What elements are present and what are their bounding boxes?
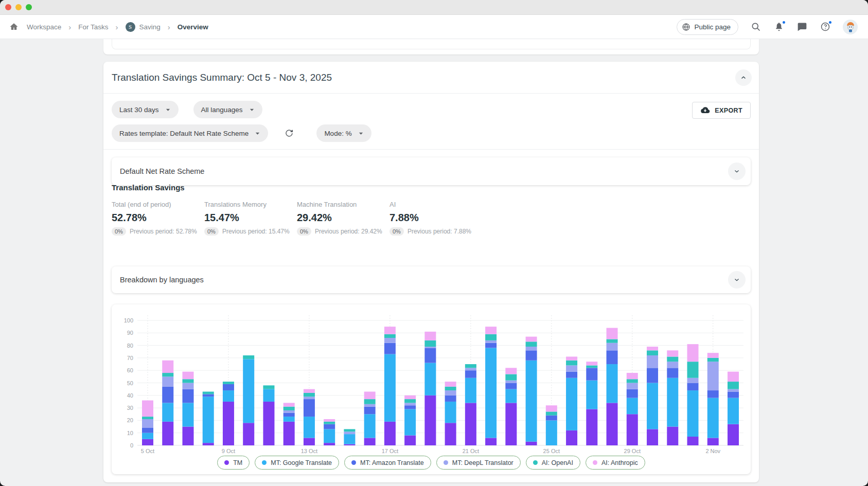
- bar-segment[interactable]: [344, 434, 355, 444]
- bar-segment[interactable]: [647, 368, 658, 383]
- bar-segment[interactable]: [707, 398, 719, 438]
- bar-segment[interactable]: [223, 384, 234, 390]
- bar-segment[interactable]: [344, 444, 355, 445]
- bar-segment[interactable]: [162, 387, 173, 403]
- bar-segment[interactable]: [687, 378, 699, 383]
- bar-segment[interactable]: [284, 410, 295, 413]
- bar-segment[interactable]: [687, 362, 699, 378]
- breadcrumb-item-saving[interactable]: SSaving: [126, 22, 161, 32]
- bar-segment[interactable]: [586, 381, 597, 409]
- bar-segment[interactable]: [687, 437, 699, 445]
- bar-segment[interactable]: [424, 332, 436, 340]
- bar-segment[interactable]: [566, 378, 577, 430]
- notifications-icon[interactable]: [773, 21, 785, 32]
- search-icon[interactable]: [750, 21, 761, 32]
- bar-segment[interactable]: [364, 392, 376, 400]
- legend-item-tm[interactable]: TM: [217, 456, 250, 470]
- bar-segment[interactable]: [505, 383, 517, 389]
- breakdown-card[interactable]: Breakdown by languages: [112, 266, 751, 293]
- bar-segment[interactable]: [647, 350, 658, 355]
- bar-segment[interactable]: [505, 403, 517, 445]
- bar-segment[interactable]: [586, 365, 597, 368]
- bar-segment[interactable]: [304, 389, 315, 393]
- bar-segment[interactable]: [404, 403, 416, 405]
- bar-segment[interactable]: [526, 341, 537, 347]
- bar-segment[interactable]: [424, 395, 436, 445]
- bar-segment[interactable]: [243, 355, 254, 359]
- bar-segment[interactable]: [364, 438, 376, 445]
- bar-segment[interactable]: [728, 389, 739, 392]
- bar-segment[interactable]: [607, 339, 618, 343]
- legend-item-ai-openai[interactable]: AI: OpenAI: [526, 456, 580, 470]
- bar-segment[interactable]: [445, 423, 456, 445]
- bar-segment[interactable]: [445, 387, 456, 390]
- bar-segment[interactable]: [284, 413, 295, 417]
- legend-item-mt-deepl-translator[interactable]: MT: DeepL Translator: [436, 456, 521, 470]
- date-range-select[interactable]: Last 30 days: [112, 101, 179, 118]
- bar-segment[interactable]: [304, 399, 315, 417]
- window-close-button[interactable]: [5, 4, 11, 10]
- bar-segment[interactable]: [223, 382, 234, 384]
- bar-segment[interactable]: [364, 399, 376, 404]
- bar-segment[interactable]: [465, 403, 476, 445]
- bar-segment[interactable]: [465, 368, 476, 370]
- bar-segment[interactable]: [627, 398, 638, 415]
- window-minimize-button[interactable]: [15, 4, 22, 10]
- bar-segment[interactable]: [607, 343, 618, 351]
- bar-segment[interactable]: [526, 361, 537, 442]
- bar-segment[interactable]: [546, 405, 557, 411]
- bar-segment[interactable]: [566, 372, 577, 378]
- bar-segment[interactable]: [607, 364, 618, 403]
- bar-segment[interactable]: [304, 417, 315, 438]
- bar-segment[interactable]: [586, 368, 597, 380]
- bar-segment[interactable]: [607, 350, 618, 364]
- bar-segment[interactable]: [162, 361, 173, 373]
- bar-segment[interactable]: [384, 343, 396, 354]
- bar-segment[interactable]: [526, 337, 537, 342]
- bar-segment[interactable]: [546, 420, 557, 445]
- bar-segment[interactable]: [142, 419, 153, 428]
- bar-segment[interactable]: [566, 430, 577, 445]
- bar-segment[interactable]: [485, 343, 497, 348]
- bar-segment[interactable]: [667, 378, 678, 427]
- bar-segment[interactable]: [182, 427, 193, 445]
- bar-segment[interactable]: [324, 424, 335, 429]
- bar-segment[interactable]: [485, 348, 497, 438]
- bar-segment[interactable]: [344, 431, 355, 434]
- bar-segment[interactable]: [263, 389, 274, 402]
- refresh-button[interactable]: [280, 124, 298, 142]
- bar-segment[interactable]: [505, 368, 517, 374]
- bar-segment[interactable]: [404, 399, 416, 403]
- bar-segment[interactable]: [142, 433, 153, 439]
- bar-segment[interactable]: [566, 361, 577, 366]
- legend-item-ai-anthropic[interactable]: AI: Anthropic: [586, 456, 645, 470]
- bar-segment[interactable]: [324, 429, 335, 443]
- bar-segment[interactable]: [243, 423, 254, 445]
- bar-segment[interactable]: [627, 414, 638, 445]
- bar-segment[interactable]: [364, 404, 376, 407]
- bar-segment[interactable]: [384, 354, 396, 422]
- breadcrumb-item-overview[interactable]: Overview: [178, 23, 208, 31]
- bar-segment[interactable]: [667, 362, 678, 368]
- bar-segment[interactable]: [364, 414, 376, 438]
- bar-segment[interactable]: [728, 372, 739, 382]
- bar-segment[interactable]: [485, 327, 497, 334]
- mode-select[interactable]: Mode: %: [316, 124, 371, 142]
- bar-segment[interactable]: [324, 419, 335, 422]
- bar-segment[interactable]: [404, 395, 416, 399]
- bar-segment[interactable]: [465, 364, 476, 368]
- bar-segment[interactable]: [304, 438, 315, 445]
- bar-segment[interactable]: [404, 409, 416, 436]
- bar-segment[interactable]: [667, 427, 678, 445]
- bar-segment[interactable]: [627, 379, 638, 383]
- bar-segment[interactable]: [182, 389, 193, 403]
- bar-segment[interactable]: [627, 373, 638, 379]
- bar-segment[interactable]: [526, 442, 537, 445]
- bar-segment[interactable]: [667, 356, 678, 362]
- bar-segment[interactable]: [647, 347, 658, 350]
- bar-segment[interactable]: [485, 334, 497, 340]
- bar-segment[interactable]: [707, 358, 719, 362]
- bar-segment[interactable]: [384, 327, 396, 334]
- bar-segment[interactable]: [324, 443, 335, 445]
- bar-segment[interactable]: [607, 403, 618, 445]
